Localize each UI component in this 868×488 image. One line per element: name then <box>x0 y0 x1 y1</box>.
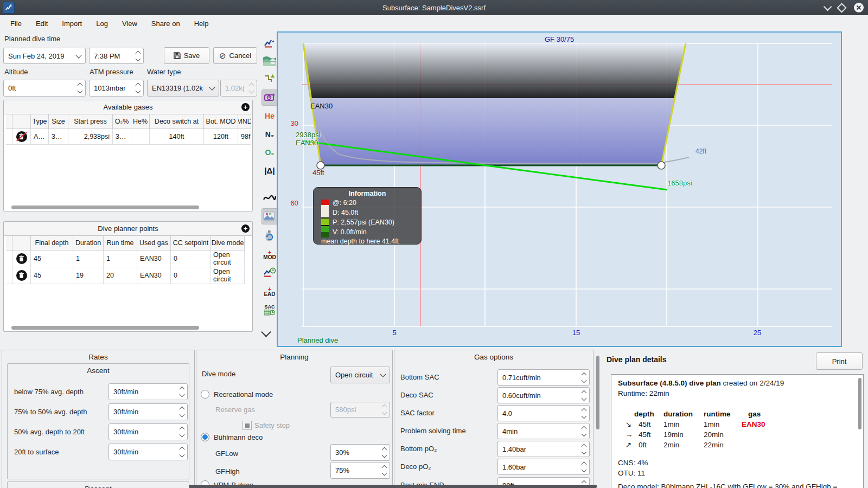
gases-col-startpress[interactable]: Start press <box>68 114 113 129</box>
end-pressure-label: 1658psi <box>667 179 692 187</box>
rate-label-2: 75% to 50% avg. depth <box>14 408 87 416</box>
mod-icon[interactable]: + MOD <box>261 247 278 263</box>
minimize-icon[interactable] <box>824 2 832 11</box>
gases-col-mnd[interactable]: MND <box>238 114 251 129</box>
x-tick-15: 15 <box>570 329 583 337</box>
dive-ascent-icon[interactable] <box>261 35 278 51</box>
add-gas-button[interactable]: + <box>241 103 250 111</box>
points-col-finaldepth[interactable]: Final depth <box>31 236 73 251</box>
altitude-label: Altitude <box>4 68 28 76</box>
waves-icon[interactable] <box>261 53 278 69</box>
points-col-runtime[interactable]: Run time <box>104 236 137 251</box>
heart-rate-icon[interactable] <box>261 190 278 206</box>
print-button[interactable]: Print <box>816 352 863 370</box>
tooltip-pressure: P: 2,557psi (EAN30) <box>333 219 394 226</box>
photos-icon[interactable] <box>261 208 278 224</box>
dive-plan-details-panel: Dive plan details Print Subsurface (4.8.… <box>602 350 865 488</box>
deco-po2-label: Deco pO₂ <box>400 463 431 471</box>
plan-otu: OTU: 11 <box>618 468 857 478</box>
delete-point-icon[interactable] <box>16 253 27 264</box>
delete-point-icon[interactable] <box>16 270 27 281</box>
gflow-label: GFLow <box>215 450 238 458</box>
rate-spinner-1[interactable]: 30ft/min <box>108 383 188 400</box>
gfhigh-label: GFHigh <box>215 467 240 476</box>
window-title: Subsurface: SampleDivesV2.ssrf <box>0 4 868 12</box>
ead-icon[interactable]: + EAD <box>261 284 278 300</box>
oxygen-icon[interactable]: O₂ <box>261 144 278 160</box>
deco-time-icon[interactable] <box>261 265 278 281</box>
information-tooltip[interactable]: Information @: 6:20 D: 45.0ft P: 2,557ps… <box>313 187 422 245</box>
gfhigh-spinner[interactable]: 75% <box>330 462 390 479</box>
maximize-icon[interactable] <box>837 3 846 12</box>
dive-profile-chart[interactable]: GF 30/75 EAN30 30 60 2938psi EAN30 45ft … <box>277 31 842 347</box>
menu-view[interactable]: View <box>115 17 144 30</box>
gases-col-o2[interactable]: O₂% <box>113 114 131 129</box>
planner-point-row[interactable]: 45 19 20 EAN30 0 Open circuit <box>6 267 247 284</box>
gases-hscrollbar[interactable] <box>11 206 199 209</box>
sac-icon[interactable]: SAC <box>261 302 278 318</box>
toolbar-scroll-down-icon[interactable] <box>263 329 270 336</box>
dive-date-combo[interactable]: Sun Feb 24, 2019 <box>3 48 86 64</box>
deco-sac-spinner[interactable]: 0.60cuft/min <box>497 387 590 403</box>
plan-details-textbox[interactable]: Subsurface (4.8.5.0) dive plan created o… <box>611 374 864 488</box>
points-hscrollbar[interactable] <box>11 326 199 330</box>
recreational-mode-radio[interactable] <box>201 390 209 399</box>
add-planner-point-button[interactable]: + <box>241 224 250 233</box>
bottom-po2-label: Bottom pO₂ <box>400 445 437 453</box>
tooltip-title: Information <box>314 188 421 197</box>
rate-spinner-4[interactable]: 30ft/min <box>108 444 188 460</box>
menu-help[interactable]: Help <box>187 17 216 30</box>
plan-heading: Subsurface (4.8.5.0) dive plan created o… <box>618 378 857 388</box>
sac-factor-spinner[interactable]: 4.0 <box>497 405 590 421</box>
chevron-down-icon <box>209 84 215 90</box>
calculated-ceiling-icon[interactable] <box>261 71 278 87</box>
gases-col-type[interactable]: Type <box>31 114 49 129</box>
rate-spinner-3[interactable]: 30ft/min <box>108 423 188 440</box>
points-col-usedgas[interactable]: Used gas <box>137 236 171 251</box>
bottom-depth-label: 45ft <box>312 169 324 177</box>
save-icon <box>174 52 181 59</box>
plan-details-vscrollbar[interactable] <box>858 378 861 429</box>
dc-ceiling-icon[interactable] <box>261 89 278 106</box>
gases-col-botmod[interactable]: Bot. MOD <box>204 114 238 129</box>
buhlmann-deco-radio[interactable] <box>201 433 209 441</box>
dive-time-spinner[interactable]: 7:38 PM <box>89 48 144 64</box>
delete-gas-icon[interactable] <box>16 131 27 142</box>
gases-table-row[interactable]: A… 3… 2,938psi 3… 140ft 120ft 98f <box>6 129 251 145</box>
points-col-divemode[interactable]: Dive mode <box>211 236 245 251</box>
planner-point-row[interactable]: 45 1 1 EAN30 0 Open circuit <box>6 251 247 267</box>
planner-points-header: Dive planner points + <box>4 222 252 236</box>
rate-spinner-2[interactable]: 30ft/min <box>108 403 188 420</box>
atm-pressure-spinner[interactable]: 1013mbar <box>89 80 144 97</box>
save-button[interactable]: Save <box>164 47 209 64</box>
menu-edit[interactable]: Edit <box>29 17 55 30</box>
menu-log[interactable]: Log <box>89 17 115 30</box>
bottom-hscrollbar[interactable] <box>189 485 597 488</box>
problem-time-spinner[interactable]: 4min <box>497 423 590 439</box>
menu-share-on[interactable]: Share on <box>144 17 187 30</box>
water-type-combo[interactable]: EN13319 (1.02k <box>147 80 219 97</box>
gases-col-he[interactable]: He% <box>131 114 150 129</box>
menu-file[interactable]: File <box>3 17 29 30</box>
close-icon[interactable] <box>854 3 864 12</box>
gas-options-title: Gas options <box>394 353 593 361</box>
points-col-ccsetpoint[interactable]: CC setpoint <box>171 236 211 251</box>
bottom-po2-spinner[interactable]: 1.40bar <box>497 441 590 457</box>
gflow-spinner[interactable]: 30% <box>330 444 390 461</box>
altitude-spinner[interactable]: 0ft <box>3 80 86 97</box>
bottom-vscrollbar[interactable] <box>596 356 599 429</box>
gases-col-size[interactable]: Size <box>49 114 68 129</box>
dive-mode-combo[interactable]: Open circuit <box>330 367 390 383</box>
menu-import[interactable]: Import <box>55 17 89 30</box>
cancel-button[interactable]: ⊘ Cancel <box>213 47 257 64</box>
mean-depth-delta-icon[interactable]: |Δ| <box>261 162 278 178</box>
bottom-sac-spinner[interactable]: 0.71cuft/min <box>497 369 590 386</box>
helium-icon[interactable]: He <box>261 108 278 124</box>
points-col-duration[interactable]: Duration <box>73 236 104 251</box>
nitrogen-icon[interactable]: N₂ <box>261 126 278 143</box>
gas-bag-icon[interactable] <box>261 228 278 244</box>
planning-panel: Planning Dive mode Open circuit Recreati… <box>196 350 393 488</box>
gases-col-decoswitch[interactable]: Deco switch at <box>150 114 204 129</box>
deco-po2-spinner[interactable]: 1.60bar <box>497 459 590 475</box>
tooltip-speed: V: 0.0ft/min <box>333 228 367 236</box>
